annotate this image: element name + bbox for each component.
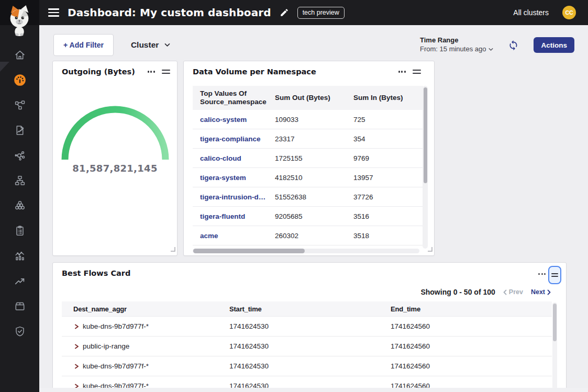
scrollbar-thumb[interactable] (193, 249, 305, 253)
namespace-link[interactable]: acme (200, 232, 275, 240)
molecule-icon (14, 149, 26, 162)
expand-chevron-icon[interactable] (73, 343, 80, 350)
chevron-down-icon (489, 48, 493, 51)
all-clusters-selector[interactable]: All clusters (513, 8, 549, 17)
prev-page-button[interactable]: Prev (503, 288, 523, 296)
chevron-right-icon (547, 289, 551, 295)
table-row: calico-system 109033 725 (193, 110, 423, 129)
shield-check-icon (14, 325, 26, 338)
column-header: Top Values Of Source_namespace (200, 89, 275, 106)
expand-chevron-icon[interactable] (73, 323, 80, 330)
card-title: Outgoing (Bytes) (62, 68, 135, 76)
calico-cat-logo[interactable] (5, 4, 34, 39)
bar-chart-icon (14, 250, 26, 262)
chevron-left-icon (503, 289, 507, 295)
table-row: acme 260302 3518 (193, 226, 423, 245)
card-menu-icon[interactable] (538, 272, 546, 276)
main-content: + Add Filter Cluster Time Range From: 15… (39, 25, 588, 392)
trend-arrow-icon (14, 275, 26, 287)
cluster-circles-icon (14, 199, 26, 212)
card-drag-handle-focused[interactable] (548, 266, 561, 284)
scrollbar-thumb[interactable] (553, 304, 557, 341)
home-icon (14, 49, 26, 61)
time-range: Time Range From: 15 minutes ago (420, 36, 493, 54)
sidebar-item-threat-feeds[interactable] (0, 268, 39, 294)
sidebar (0, 25, 39, 392)
outgoing-bytes-card: Outgoing (Bytes) 81,587,821,145 (52, 61, 177, 256)
table-row: tigera-fluentd 9205685 3516 (193, 207, 423, 226)
namespace-link[interactable]: tigera-intrusion-d… (200, 193, 275, 201)
card-resize-handle[interactable] (427, 244, 432, 254)
time-range-value-dropdown[interactable]: From: 15 minutes ago (420, 45, 493, 54)
table-row: calico-cloud 1725155 9769 (193, 149, 423, 168)
sidebar-item-networks[interactable] (0, 168, 39, 193)
gauge-icon (13, 73, 27, 87)
table-header-row: Top Values Of Source_namespace Sum Out (… (193, 86, 423, 110)
namespace-link[interactable]: tigera-compliance (200, 135, 275, 143)
top-header: Dashboard: My custom dashboard tech prev… (0, 0, 588, 25)
sidebar-item-reports[interactable] (0, 118, 39, 143)
avatar[interactable]: CC (562, 6, 576, 19)
namespace-table: Top Values Of Source_namespace Sum Out (… (193, 86, 423, 245)
sidebar-item-applications[interactable] (0, 294, 39, 319)
refresh-icon[interactable] (508, 40, 519, 51)
gauge-value: 81,587,821,145 (53, 163, 177, 174)
vertical-scrollbar[interactable] (552, 303, 557, 392)
sidebar-item-logs[interactable] (0, 243, 39, 268)
vertical-scrollbar[interactable] (423, 86, 428, 249)
card-title: Best Flows Card (62, 269, 130, 277)
app-root: Dashboard: My custom dashboard tech prev… (0, 0, 588, 392)
best-flows-card: Best Flows Card Showing 0 - 50 of 100 Pr… (52, 262, 567, 392)
data-volume-card: Data Volume per Namespace Top Values Of … (183, 61, 435, 256)
sidebar-item-home[interactable] (0, 42, 39, 68)
edit-pencil-icon[interactable] (280, 8, 289, 17)
page-horizontal-scrollbar[interactable] (39, 388, 588, 392)
page-title: Dashboard: My custom dashboard (68, 6, 271, 19)
add-filter-button[interactable]: + Add Filter (53, 34, 114, 56)
column-header: End_time (391, 305, 552, 313)
table-header-row: Dest_name_aggr Start_time End_time (62, 301, 552, 317)
filter-toolbar: + Add Filter Cluster Time Range From: 15… (53, 33, 574, 57)
expand-chevron-icon[interactable] (73, 363, 80, 369)
table-row: tigera-intrusion-d… 51552638 37726 (193, 187, 423, 207)
chevron-down-icon (164, 43, 170, 47)
column-header: Start_time (229, 305, 391, 313)
table-row-expandable[interactable]: public-ip-range 1741624530 1741624560 (62, 337, 552, 356)
card-drag-handle-icon[interactable] (413, 69, 421, 75)
cluster-dropdown-label: Cluster (131, 40, 159, 50)
card-drag-handle-icon[interactable] (162, 69, 170, 75)
actions-button[interactable]: Actions (534, 37, 574, 53)
column-header: Sum In (Bytes) (353, 94, 423, 102)
table-row-expandable[interactable]: kube-dns-9b7d977f-* 1741624530 174162456… (62, 356, 552, 376)
cluster-dropdown[interactable]: Cluster (131, 40, 170, 50)
clipboard-icon (14, 225, 26, 237)
card-menu-icon[interactable] (148, 69, 155, 74)
sidebar-item-clusters[interactable] (0, 193, 39, 218)
horizontal-scrollbar[interactable] (193, 249, 419, 253)
namespace-link[interactable]: calico-system (200, 116, 275, 124)
card-resize-handle[interactable] (170, 244, 175, 254)
hamburger-menu-icon[interactable] (48, 8, 59, 16)
card-title: Data Volume per Namespace (193, 68, 316, 76)
namespace-link[interactable]: tigera-system (200, 174, 275, 182)
sidebar-item-service-graph[interactable] (0, 93, 39, 118)
sidebar-item-dashboards-active[interactable] (0, 68, 39, 93)
gauge-chart (61, 105, 170, 164)
next-page-button[interactable]: Next (531, 288, 551, 296)
scrollbar-thumb[interactable] (424, 87, 427, 183)
card-menu-icon[interactable] (398, 69, 406, 74)
sidebar-item-endpoints[interactable] (0, 143, 39, 168)
pagination-status: Showing 0 - 50 of 100 (420, 288, 495, 296)
sidebar-item-compliance[interactable] (0, 218, 39, 243)
topology-icon (14, 99, 26, 111)
pagination: Showing 0 - 50 of 100 Prev Next (420, 288, 551, 296)
namespace-link[interactable]: calico-cloud (200, 154, 275, 162)
report-edit-icon (14, 124, 26, 137)
table-row-expandable[interactable]: kube-dns-9b7d977f-* 1741624530 174162456… (62, 317, 552, 337)
namespace-link[interactable]: tigera-fluentd (200, 212, 275, 220)
sitemap-icon (14, 174, 26, 187)
table-row: tigera-compliance 23317 354 (193, 129, 423, 149)
column-header: Sum Out (Bytes) (275, 94, 353, 102)
sidebar-item-security[interactable] (0, 319, 39, 344)
box-icon (14, 300, 26, 312)
